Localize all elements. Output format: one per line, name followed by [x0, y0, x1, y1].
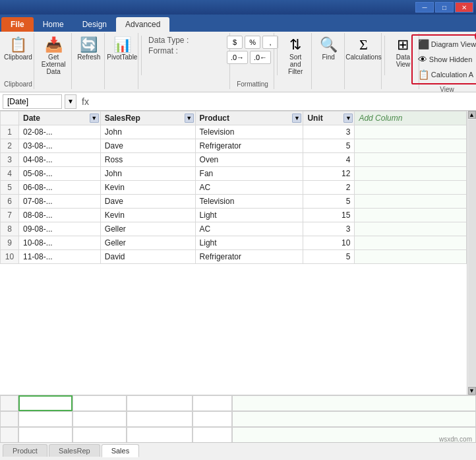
currency-button[interactable]: $: [227, 36, 243, 49]
diagram-view-button[interactable]: ⬛ Diagram View: [414, 37, 476, 51]
empty-cell-6[interactable]: [127, 411, 193, 427]
empty-cell-8[interactable]: [18, 427, 73, 442]
salesrep-filter-dropdown[interactable]: ▼: [185, 114, 194, 123]
add-col-cell[interactable]: [355, 236, 467, 250]
col-header-date[interactable]: Date ▼: [19, 112, 101, 125]
tab-design[interactable]: Design: [73, 17, 116, 32]
col-header-salesrep[interactable]: SalesRep ▼: [100, 112, 195, 125]
empty-cell-11[interactable]: [193, 427, 232, 442]
add-col-cell[interactable]: [355, 209, 467, 222]
product-cell[interactable]: Television: [195, 125, 303, 139]
product-filter-dropdown[interactable]: ▼: [292, 114, 301, 123]
add-col-cell[interactable]: [355, 167, 467, 181]
maximize-button[interactable]: □: [435, 2, 454, 13]
empty-add-col-cell-2[interactable]: [232, 411, 476, 427]
unit-cell[interactable]: 5: [303, 195, 355, 209]
salesrep-cell[interactable]: Kevin: [100, 209, 195, 222]
date-cell[interactable]: 07-08-...: [19, 195, 101, 209]
salesrep-cell[interactable]: John: [100, 167, 195, 181]
date-cell[interactable]: 04-08-...: [19, 153, 101, 167]
tab-file[interactable]: File: [1, 17, 34, 32]
date-cell[interactable]: 10-08-...: [19, 236, 101, 250]
unit-cell[interactable]: 2: [303, 181, 355, 195]
product-cell[interactable]: Light: [195, 209, 303, 222]
date-cell[interactable]: 06-08-...: [19, 181, 101, 195]
sheet-tab-sales[interactable]: Sales: [102, 444, 140, 457]
empty-cell-4[interactable]: [18, 411, 73, 427]
product-cell[interactable]: Light: [195, 236, 303, 250]
scroll-area[interactable]: Date ▼ SalesRep ▼ Product ▼: [0, 111, 476, 395]
scroll-down-button[interactable]: ▼: [468, 387, 476, 395]
empty-add-col-cell[interactable]: [232, 395, 476, 411]
unit-cell[interactable]: 3: [303, 125, 355, 139]
product-cell[interactable]: Fan: [195, 167, 303, 181]
unit-cell[interactable]: 5: [303, 250, 355, 264]
product-cell[interactable]: Refrigerator: [195, 139, 303, 153]
show-hidden-button[interactable]: 👁 Show Hidden: [414, 52, 476, 67]
salesrep-cell[interactable]: John: [100, 125, 195, 139]
empty-cell-7[interactable]: [193, 411, 232, 427]
unit-cell[interactable]: 15: [303, 209, 355, 222]
tab-advanced[interactable]: Advanced: [116, 17, 169, 32]
add-col-cell[interactable]: [355, 181, 467, 195]
sort-filter-button[interactable]: ⇅ Sort andFilter: [282, 36, 309, 77]
date-cell[interactable]: 03-08-...: [19, 139, 101, 153]
clipboard-button[interactable]: 📋 Clipboard: [1, 36, 35, 63]
empty-cell-9[interactable]: [73, 427, 127, 442]
salesrep-cell[interactable]: Geller: [100, 222, 195, 236]
pivot-table-button[interactable]: 📊 PivotTable: [104, 36, 140, 63]
product-cell[interactable]: Television: [195, 195, 303, 209]
name-box[interactable]: [Date]: [3, 94, 62, 109]
dec-decrease-button[interactable]: .0←: [250, 51, 271, 64]
close-button[interactable]: ✕: [455, 2, 473, 13]
get-external-data-button[interactable]: 📥 Get ExternalData: [36, 36, 71, 77]
add-col-cell[interactable]: [355, 250, 467, 264]
empty-cell-5[interactable]: [73, 411, 127, 427]
add-col-cell[interactable]: [355, 195, 467, 209]
unit-cell[interactable]: 3: [303, 222, 355, 236]
col-header-add[interactable]: Add Column: [355, 112, 467, 125]
unit-filter-dropdown[interactable]: ▼: [343, 114, 353, 123]
product-cell[interactable]: Oven: [195, 153, 303, 167]
add-col-cell[interactable]: [355, 139, 467, 153]
unit-cell[interactable]: 4: [303, 153, 355, 167]
empty-cell-1[interactable]: [73, 395, 127, 411]
calculation-a-button[interactable]: 📋 Calculation A: [414, 67, 476, 82]
percent-button[interactable]: %: [245, 36, 260, 49]
empty-cell-3[interactable]: [193, 395, 232, 411]
date-cell[interactable]: 08-08-...: [19, 209, 101, 222]
unit-cell[interactable]: 5: [303, 139, 355, 153]
salesrep-cell[interactable]: Dave: [100, 139, 195, 153]
empty-cell-2[interactable]: [127, 395, 193, 411]
product-cell[interactable]: AC: [195, 181, 303, 195]
name-box-dropdown[interactable]: ▼: [65, 94, 76, 109]
empty-cell-10[interactable]: [127, 427, 193, 442]
add-col-cell[interactable]: [355, 153, 467, 167]
minimize-button[interactable]: ─: [415, 2, 434, 13]
salesrep-cell[interactable]: Ross: [100, 153, 195, 167]
salesrep-cell[interactable]: Kevin: [100, 181, 195, 195]
refresh-button[interactable]: 🔄 Refresh: [74, 36, 103, 63]
dec-increase-button[interactable]: .0→: [227, 51, 248, 64]
salesrep-cell[interactable]: Geller: [100, 236, 195, 250]
tab-home[interactable]: Home: [34, 17, 73, 32]
sheet-tab-salesrep[interactable]: SalesRep: [49, 444, 100, 457]
vertical-scrollbar[interactable]: ▲ ▼: [467, 111, 476, 395]
date-cell[interactable]: 11-08-...: [19, 250, 101, 264]
col-header-product[interactable]: Product ▼: [195, 112, 303, 125]
col-header-unit[interactable]: Unit ▼: [303, 112, 355, 125]
calculations-button[interactable]: Σ Calculations: [343, 36, 384, 63]
salesrep-cell[interactable]: David: [100, 250, 195, 264]
date-cell[interactable]: 09-08-...: [19, 222, 101, 236]
selected-cell[interactable]: [18, 395, 73, 411]
add-col-cell[interactable]: [355, 125, 467, 139]
sheet-tab-product[interactable]: Product: [3, 444, 47, 457]
add-col-cell[interactable]: [355, 222, 467, 236]
find-button[interactable]: 🔍 Find: [315, 36, 342, 63]
date-cell[interactable]: 05-08-...: [19, 167, 101, 181]
comma-button[interactable]: ,: [262, 36, 278, 49]
unit-cell[interactable]: 12: [303, 167, 355, 181]
date-filter-dropdown[interactable]: ▼: [90, 114, 99, 123]
formula-input[interactable]: [94, 97, 473, 106]
product-cell[interactable]: AC: [195, 222, 303, 236]
